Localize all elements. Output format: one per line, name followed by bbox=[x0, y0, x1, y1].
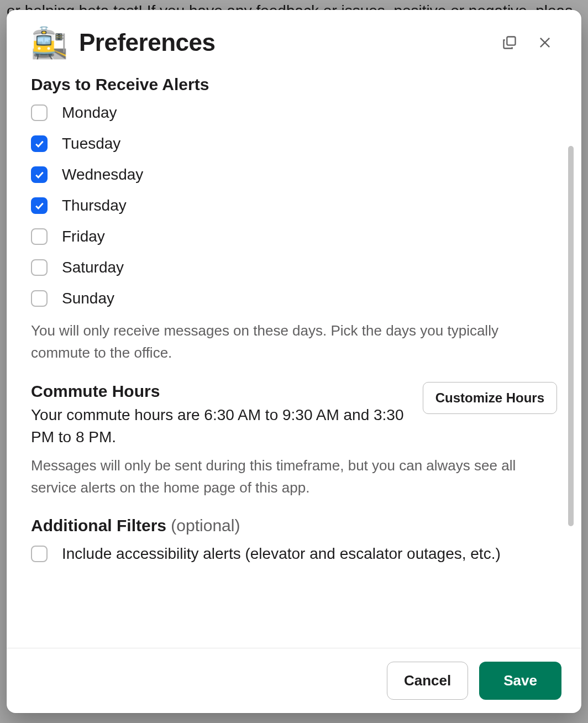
filters-optional-label: (optional) bbox=[171, 516, 240, 535]
days-help-text: You will only receive messages on these … bbox=[31, 319, 557, 364]
commute-description: Your commute hours are 6:30 AM to 9:30 A… bbox=[31, 404, 412, 449]
day-thursday-row[interactable]: Thursday bbox=[31, 197, 557, 214]
day-monday-label: Monday bbox=[62, 104, 117, 122]
close-icon bbox=[537, 35, 553, 50]
filters-heading-text: Additional Filters bbox=[31, 516, 171, 535]
customize-hours-button[interactable]: Customize Hours bbox=[423, 382, 557, 414]
commute-row: Commute Hours Your commute hours are 6:3… bbox=[31, 382, 557, 449]
cancel-button[interactable]: Cancel bbox=[387, 662, 468, 700]
svg-rect-0 bbox=[507, 37, 515, 45]
check-icon bbox=[34, 138, 45, 149]
save-button[interactable]: Save bbox=[479, 662, 561, 700]
days-heading: Days to Receive Alerts bbox=[31, 75, 557, 94]
day-wednesday-checkbox[interactable] bbox=[31, 166, 48, 183]
check-icon bbox=[34, 200, 45, 211]
day-monday-row[interactable]: Monday bbox=[31, 104, 557, 122]
day-friday-label: Friday bbox=[62, 228, 105, 245]
day-saturday-row[interactable]: Saturday bbox=[31, 259, 557, 276]
filters-checkbox-list: Include accessibility alerts (elevator a… bbox=[31, 545, 557, 563]
day-sunday-row[interactable]: Sunday bbox=[31, 290, 557, 307]
check-icon bbox=[34, 169, 45, 180]
day-sunday-label: Sunday bbox=[62, 290, 114, 307]
modal-footer: Cancel Save bbox=[7, 648, 581, 713]
scrollbar[interactable] bbox=[568, 146, 574, 526]
day-saturday-label: Saturday bbox=[62, 259, 124, 276]
day-tuesday-label: Tuesday bbox=[62, 135, 120, 153]
preferences-modal: 🚉 Preferences Days to Receive Alerts Mon… bbox=[7, 10, 581, 713]
filters-heading: Additional Filters (optional) bbox=[31, 516, 557, 535]
day-tuesday-row[interactable]: Tuesday bbox=[31, 135, 557, 153]
days-checkbox-list: MondayTuesdayWednesdayThursdayFridaySatu… bbox=[31, 104, 557, 307]
day-sunday-checkbox[interactable] bbox=[31, 290, 48, 307]
day-saturday-checkbox[interactable] bbox=[31, 259, 48, 276]
filter-0-label: Include accessibility alerts (elevator a… bbox=[62, 545, 501, 563]
day-friday-checkbox[interactable] bbox=[31, 228, 48, 245]
filter-0-checkbox[interactable] bbox=[31, 546, 48, 562]
day-thursday-checkbox[interactable] bbox=[31, 197, 48, 214]
close-button[interactable] bbox=[533, 30, 557, 55]
day-wednesday-label: Wednesday bbox=[62, 166, 143, 184]
day-monday-checkbox[interactable] bbox=[31, 104, 48, 121]
commute-help-text: Messages will only be sent during this t… bbox=[31, 454, 557, 499]
open-in-new-window-icon bbox=[502, 35, 517, 50]
commute-heading: Commute Hours bbox=[31, 382, 412, 401]
filter-0-row[interactable]: Include accessibility alerts (elevator a… bbox=[31, 545, 557, 563]
day-tuesday-checkbox[interactable] bbox=[31, 135, 48, 152]
day-thursday-label: Thursday bbox=[62, 197, 127, 214]
open-in-new-window-button[interactable] bbox=[497, 30, 522, 55]
modal-header: 🚉 Preferences bbox=[7, 10, 581, 69]
day-friday-row[interactable]: Friday bbox=[31, 228, 557, 245]
day-wednesday-row[interactable]: Wednesday bbox=[31, 166, 557, 184]
station-icon: 🚉 bbox=[31, 28, 68, 57]
modal-title: Preferences bbox=[79, 29, 486, 56]
modal-body[interactable]: Days to Receive Alerts MondayTuesdayWedn… bbox=[7, 69, 581, 648]
